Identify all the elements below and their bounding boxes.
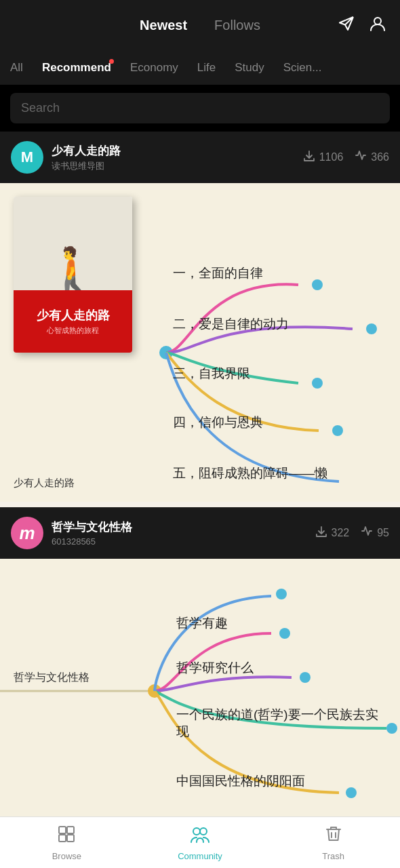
card-1-stats: 1106 366 xyxy=(302,149,389,166)
node-3-label: 三，自我界限 xyxy=(173,365,250,382)
card-2-header: m 哲学与文化性格 601328565 322 xyxy=(0,507,400,559)
card-2-avatar: m xyxy=(11,517,43,549)
node-1-label: 一，全面的自律 xyxy=(173,264,263,282)
svg-point-11 xyxy=(346,787,357,798)
svg-rect-14 xyxy=(67,827,74,833)
newest-tab[interactable]: Newest xyxy=(140,18,187,33)
category-bar: All Recommend Economy Life Study Scien..… xyxy=(0,51,400,85)
svg-point-5 xyxy=(332,425,343,436)
card-1-avatar: M xyxy=(11,141,43,174)
node2-2-label: 哲学研究什么 xyxy=(176,659,254,677)
center-label-2: 哲学与文化性格 xyxy=(14,671,89,685)
browse-icon xyxy=(57,825,76,848)
svg-point-12 xyxy=(276,589,287,599)
node2-3-label: 一个民族的道(哲学)要一个民族去实现 xyxy=(176,707,386,740)
card-1-download-stat: 1106 xyxy=(302,149,344,166)
trash-label: Trash xyxy=(322,851,344,861)
card-1-mindmap: 🚶 少有人走的路 心智成熟的旅程 少有人走的路 xyxy=(0,183,400,502)
svg-point-9 xyxy=(300,672,311,683)
category-all[interactable]: All xyxy=(10,61,23,75)
svg-point-10 xyxy=(386,723,397,734)
card-2-title-group: 哲学与文化性格 601328565 xyxy=(52,519,132,547)
node-5-label: 五，阻碍成熟的障碍——懒 xyxy=(173,465,327,482)
node2-1-label: 哲学有趣 xyxy=(176,614,228,632)
card-1-download-count: 1106 xyxy=(319,151,344,163)
community-label: Community xyxy=(178,851,222,861)
svg-point-8 xyxy=(279,628,290,639)
node2-4-label: 中国国民性格的阴阳面 xyxy=(176,772,305,790)
follows-tab[interactable]: Follows xyxy=(214,18,260,33)
card-1-header-left: M 少有人走的路 读书思维导图 xyxy=(11,141,121,174)
svg-rect-15 xyxy=(59,835,66,842)
card-2: m 哲学与文化性格 601328565 322 xyxy=(0,507,400,816)
category-science[interactable]: Scien... xyxy=(283,61,322,75)
like-icon xyxy=(354,149,367,166)
download-icon-2 xyxy=(315,525,328,542)
card-2-mindmap: 哲学与文化性格 哲学有趣 哲学研究什么 一个民族的道(哲学)要一个民族去实现 中… xyxy=(0,559,400,816)
bottom-nav: Browse Community Trash xyxy=(0,816,400,868)
search-bar xyxy=(0,85,400,132)
card-1-like-count: 366 xyxy=(371,151,389,163)
card-2-title: 哲学与文化性格 xyxy=(52,519,132,535)
category-recommend[interactable]: Recommend xyxy=(42,61,111,75)
card-2-subtitle: 601328565 xyxy=(52,536,132,547)
card-1-subtitle: 读书思维导图 xyxy=(52,160,121,172)
category-life[interactable]: Life xyxy=(197,61,216,75)
node-2-label: 二，爱是自律的动力 xyxy=(173,315,289,333)
svg-point-2 xyxy=(312,279,323,290)
card-2-download-count: 322 xyxy=(332,527,350,539)
svg-point-4 xyxy=(312,378,323,389)
node-4-label: 四，信仰与恩典 xyxy=(173,414,263,431)
profile-icon[interactable] xyxy=(369,15,386,37)
nav-community[interactable]: Community xyxy=(134,825,267,861)
nav-trash[interactable]: Trash xyxy=(266,825,400,861)
card-2-like-count: 95 xyxy=(377,527,389,539)
send-icon[interactable] xyxy=(338,15,355,37)
header: Newest Follows xyxy=(0,0,400,51)
card-1-title-group: 少有人走的路 读书思维导图 xyxy=(52,143,121,172)
svg-point-18 xyxy=(200,828,207,835)
svg-rect-13 xyxy=(59,827,66,833)
svg-point-3 xyxy=(366,323,377,334)
svg-rect-16 xyxy=(67,835,74,842)
download-icon xyxy=(302,149,316,166)
category-study[interactable]: Study xyxy=(235,61,264,75)
header-tabs: Newest Follows xyxy=(140,18,260,33)
trash-icon xyxy=(325,825,342,848)
card-2-download-stat: 322 xyxy=(315,525,350,542)
card-1: M 少有人走的路 读书思维导图 1106 xyxy=(0,132,400,502)
nav-browse[interactable]: Browse xyxy=(0,825,134,861)
card-1-header: M 少有人走的路 读书思维导图 1106 xyxy=(0,132,400,183)
community-icon xyxy=(190,825,210,848)
like-icon-2 xyxy=(360,525,374,542)
svg-point-17 xyxy=(193,828,200,835)
search-input[interactable] xyxy=(10,93,390,123)
card-2-header-left: m 哲学与文化性格 601328565 xyxy=(11,517,132,549)
category-economy[interactable]: Economy xyxy=(130,61,178,75)
browse-label: Browse xyxy=(52,851,81,861)
svg-point-0 xyxy=(374,18,381,24)
card-2-like-stat: 95 xyxy=(360,525,389,542)
mindmap-1-svg xyxy=(0,183,400,502)
header-icons xyxy=(338,15,386,37)
card-1-title: 少有人走的路 xyxy=(52,143,121,159)
card-1-like-stat: 366 xyxy=(354,149,389,166)
card-2-stats: 322 95 xyxy=(315,525,390,542)
